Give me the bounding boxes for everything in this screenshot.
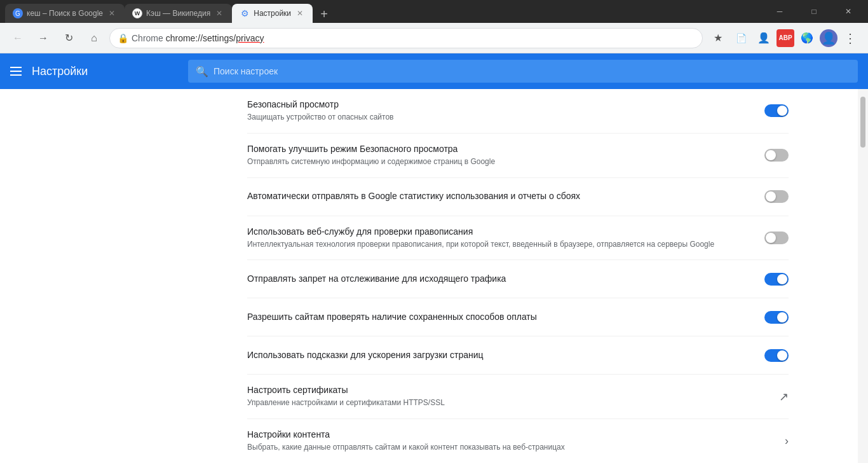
setting-dnt-text: Отправлять запрет на отслеживание для ис… [247,273,754,285]
tab-2-close[interactable]: ✕ [214,8,224,18]
address-domain: Chrome [132,33,163,43]
setting-preload-text: Использовать подсказки для ускорения заг… [247,350,754,361]
setting-content-desc: Выбрать, какие данные отправлять сайтам … [247,442,775,453]
external-link-icon: ↗ [779,390,789,404]
setting-usage-stats-title: Автоматически отправлять в Google статис… [247,191,754,201]
toggle-safe-browsing[interactable] [764,104,789,117]
setting-dnt: Отправлять запрет на отслеживание для ис… [247,260,789,298]
tab-2-label: Кэш — Википедия [146,9,210,18]
settings-content: Безопасный просмотр Защищать устройство … [178,53,858,463]
reload-button[interactable]: ↻ [58,28,79,48]
forward-button[interactable]: → [33,28,53,48]
setting-safe-browsing-text: Безопасный просмотр Защищать устройство … [247,99,754,123]
setting-certificates-title: Настроить сертификаты [247,385,769,395]
setting-content-text: Настройки контента Выбрать, какие данные… [247,429,775,453]
tab-1-close[interactable]: ✕ [107,8,117,18]
sidebar [0,53,178,463]
setting-improve-sb: Помогать улучшить режим Безопасного прос… [247,134,789,178]
setting-payment-text: Разрешить сайтам проверять наличие сохра… [247,312,754,323]
main-content: Настройки 🔍 Поиск настроек Безопасный пр… [0,53,868,463]
maximize-button[interactable]: □ [799,0,829,23]
address-input[interactable]: 🔒 Chrome chrome://settings/privacy [109,28,703,48]
hamburger-line-1 [10,67,22,68]
extension-2-button[interactable]: 👤 [754,28,774,48]
setting-dnt-title: Отправлять запрет на отслеживание для ис… [247,273,754,284]
sidebar-title: Настройки [32,65,88,78]
setting-content-title: Настройки контента [247,429,775,439]
back-button[interactable]: ← [8,28,28,48]
tab-3-favicon: ⚙ [240,8,250,18]
toggle-payment[interactable] [764,311,789,324]
setting-usage-stats-text: Автоматически отправлять в Google статис… [247,191,754,202]
window-controls: ─ □ ✕ [765,0,863,23]
setting-content[interactable]: Настройки контента Выбрать, какие данные… [247,419,789,463]
address-path: chrome://settings/privacy [166,33,264,43]
setting-spell-check: Использовать веб-службу для проверки пра… [247,216,789,261]
title-bar: G кеш – Поиск в Google ✕ W Кэш — Википед… [0,0,868,23]
toggle-improve-sb[interactable] [764,149,789,162]
close-button[interactable]: ✕ [834,0,863,23]
setting-payment-title: Разрешить сайтам проверять наличие сохра… [247,312,754,322]
toggle-usage-stats[interactable] [764,190,789,203]
setting-preload: Использовать подсказки для ускорения заг… [247,336,789,375]
extension-1-button[interactable]: 📄 [731,28,751,48]
search-placeholder: Поиск настроек [214,66,278,76]
tab-3-close[interactable]: ✕ [295,8,305,18]
browser-frame: G кеш – Поиск в Google ✕ W Кэш — Википед… [0,0,868,463]
address-text: Chrome chrome://settings/privacy [132,33,695,43]
setting-usage-stats: Автоматически отправлять в Google статис… [247,178,789,216]
tab-bar: G кеш – Поиск в Google ✕ W Кэш — Википед… [5,0,765,23]
toolbar-icons: ★ 📄 👤 ABP 🌎 👤 ⋮ [708,28,860,48]
bookmark-button[interactable]: ★ [708,28,728,48]
setting-safe-browsing: Безопасный просмотр Защищать устройство … [247,89,789,134]
search-icon: 🔍 [196,66,208,78]
setting-safe-browsing-desc: Защищать устройство от опасных сайтов [247,112,754,123]
tab-1-favicon: G [13,8,23,18]
setting-improve-sb-desc: Отправлять системную информацию и содерж… [247,156,754,167]
setting-certificates-text: Настроить сертификаты Управление настрой… [247,385,769,408]
setting-spell-check-desc: Интеллектуальная технология проверки пра… [247,239,754,250]
profile-avatar[interactable]: 👤 [820,29,837,47]
setting-preload-title: Использовать подсказки для ускорения заг… [247,350,754,360]
setting-payment: Разрешить сайтам проверять наличие сохра… [247,298,789,336]
setting-spell-check-title: Использовать веб-службу для проверки пра… [247,226,754,237]
tab-1-label: кеш – Поиск в Google [27,9,103,18]
search-bar[interactable]: 🔍 Поиск настроек [188,60,858,83]
tab-3-label: Настройки [254,9,291,18]
toggle-dnt[interactable] [764,273,789,286]
setting-certificates-desc: Управление настройками и сертификатами H… [247,397,769,408]
hamburger-menu[interactable] [10,67,22,76]
toggle-preload[interactable] [764,349,789,362]
tab-2[interactable]: W Кэш — Википедия ✕ [125,4,232,23]
tab-3[interactable]: ⚙ Настройки ✕ [232,4,313,23]
tab-2-favicon: W [132,8,142,18]
new-tab-button[interactable]: + [315,5,333,23]
setting-improve-sb-text: Помогать улучшить режим Безопасного прос… [247,144,754,167]
extension-3-button[interactable]: 🌎 [797,28,817,48]
setting-safe-browsing-title: Безопасный просмотр [247,99,754,109]
hamburger-line-2 [10,71,22,72]
menu-button[interactable]: ⋮ [840,28,860,48]
address-bar: ← → ↻ ⌂ 🔒 Chrome chrome://settings/priva… [0,23,868,53]
home-button[interactable]: ⌂ [84,28,104,48]
address-favicon: 🔒 [118,33,128,43]
hamburger-line-3 [10,74,22,76]
minimize-button[interactable]: ─ [765,0,794,23]
scrollbar-thumb[interactable] [860,97,865,148]
tab-1[interactable]: G кеш – Поиск в Google ✕ [5,4,125,23]
scrollbar[interactable] [858,53,868,463]
setting-certificates[interactable]: Настроить сертификаты Управление настрой… [247,375,789,419]
chevron-right-icon: › [785,434,789,448]
toggle-spell-check[interactable] [764,232,789,244]
adblock-button[interactable]: ABP [776,29,794,47]
setting-improve-sb-title: Помогать улучшить режим Безопасного прос… [247,144,754,154]
setting-spell-check-text: Использовать веб-службу для проверки пра… [247,226,754,250]
settings-list: Безопасный просмотр Защищать устройство … [232,89,804,463]
